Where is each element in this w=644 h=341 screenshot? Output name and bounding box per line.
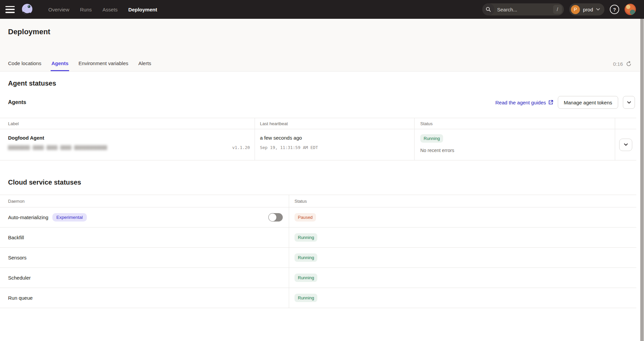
auto-materializing-toggle[interactable] [268, 213, 283, 222]
daemon-cell: Backfill [0, 228, 289, 247]
table-row-sensors: Sensors Running [0, 248, 636, 268]
agent-guides-link[interactable]: Read the agent guides [495, 100, 553, 105]
cloud-service-statuses-heading: Cloud service statuses [8, 179, 636, 186]
agent-errors-text: No recent errors [420, 148, 615, 153]
page-title: Deployment [8, 28, 636, 36]
tab-environment-variables[interactable]: Environment variables [78, 60, 128, 71]
deployment-switcher-label: prod [583, 7, 593, 12]
nav-link-runs[interactable]: Runs [80, 7, 92, 12]
dagster-logo-icon[interactable] [21, 3, 34, 16]
status-cell: Running [289, 288, 636, 308]
cloud-services-table: Daemon Status Auto-materializing Experim… [0, 195, 636, 308]
topnav-right-cluster: Search... / P prod ? [482, 3, 636, 15]
status-cell: Paused [289, 207, 636, 227]
scrollbar[interactable] [640, 19, 644, 341]
experimental-badge: Experimental [52, 213, 87, 222]
table-row-auto-materializing: Auto-materializing Experimental Paused [0, 207, 636, 228]
column-header-actions [615, 118, 636, 129]
column-header-status: Status [414, 118, 615, 129]
agent-name: Dogfood Agent [8, 135, 250, 141]
table-row-backfill: Backfill Running [0, 228, 636, 248]
agents-table-header: Label Last heartbeat Status [0, 118, 636, 129]
daemon-cell: Sensors [0, 248, 289, 267]
agent-heartbeat-cell: a few seconds ago Sep 19, 11:31:59 AM ED… [255, 129, 414, 160]
top-navigation-bar: Overview Runs Assets Deployment Search..… [0, 0, 644, 19]
status-badge: Paused [294, 213, 316, 222]
scrollbar-thumb[interactable] [640, 19, 644, 341]
column-header-daemon: Daemon [0, 195, 289, 207]
agent-guides-link-label: Read the agent guides [495, 100, 546, 105]
agent-expand-button[interactable] [619, 139, 632, 151]
column-header-label: Label [0, 118, 255, 129]
agent-status-cell: Running No recent errors [414, 129, 615, 160]
cloud-table-header: Daemon Status [0, 195, 636, 207]
refresh-area: 0:16 [613, 61, 632, 67]
deployment-initial-badge: P [571, 5, 580, 14]
toggle-knob [269, 213, 276, 221]
agent-version: v1.1.20 [232, 145, 250, 150]
tab-code-locations[interactable]: Code locations [8, 60, 41, 71]
refresh-timer: 0:16 [613, 61, 623, 67]
status-badge: Running [294, 274, 317, 282]
menu-icon[interactable] [5, 6, 15, 13]
refresh-icon[interactable] [626, 61, 632, 67]
table-row-scheduler: Scheduler Running [0, 268, 636, 288]
daemon-name: Auto-materializing [8, 214, 48, 220]
search-icon [482, 3, 494, 15]
deployment-switcher[interactable]: P prod [569, 3, 604, 15]
status-cell: Running [289, 248, 636, 267]
status-badge: Running [294, 294, 317, 302]
primary-nav: Overview Runs Assets Deployment [48, 7, 157, 12]
external-link-icon [548, 100, 553, 105]
agent-label-cell: Dogfood Agent ████████-████-████-████-██… [0, 129, 255, 160]
tab-agents[interactable]: Agents [51, 60, 68, 71]
search-shortcut-key: / [553, 5, 562, 14]
page-tabs: Code locations Agents Environment variab… [8, 60, 151, 71]
search-placeholder: Search... [497, 7, 553, 12]
agent-statuses-heading: Agent statuses [8, 80, 636, 87]
agent-actions-cell [615, 129, 636, 160]
help-glyph: ? [613, 7, 616, 12]
chevron-down-icon [624, 143, 628, 146]
search-input[interactable]: Search... / [482, 3, 564, 15]
agent-status-badge: Running [420, 134, 443, 143]
agents-subheading: Agents [8, 99, 26, 105]
column-header-status: Status [289, 195, 636, 207]
caret-down-icon [627, 101, 631, 104]
daemon-cell: Run queue [0, 288, 289, 308]
column-header-last-heartbeat: Last heartbeat [255, 118, 414, 129]
status-badge: Running [294, 253, 317, 262]
daemon-cell: Scheduler [0, 268, 289, 288]
help-icon[interactable]: ? [610, 5, 619, 14]
agents-toolbar: Agents Read the agent guides Manage agen… [8, 96, 635, 109]
table-row-run-queue: Run queue Running [0, 288, 636, 308]
agent-id-redacted: ████████-████-████-████-████████████ [8, 145, 107, 150]
daemon-name: Run queue [8, 295, 33, 301]
user-avatar[interactable] [625, 4, 636, 15]
heartbeat-absolute: Sep 19, 11:31:59 AM EDT [260, 145, 414, 150]
daemon-cell: Auto-materializing Experimental [0, 207, 289, 227]
agents-table: Label Last heartbeat Status Dogfood Agen… [0, 118, 636, 160]
daemon-name: Scheduler [8, 275, 31, 281]
heartbeat-relative: a few seconds ago [260, 135, 414, 141]
daemon-name: Sensors [8, 255, 26, 260]
status-cell: Running [289, 268, 636, 288]
nav-link-deployment[interactable]: Deployment [128, 7, 157, 12]
tab-alerts[interactable]: Alerts [138, 60, 151, 71]
agent-table-row: Dogfood Agent ████████-████-████-████-██… [0, 129, 636, 160]
status-cell: Running [289, 228, 636, 247]
agents-controls: Read the agent guides Manage agent token… [495, 96, 635, 109]
daemon-name: Backfill [8, 235, 24, 240]
chevron-down-icon [596, 8, 600, 11]
manage-agent-tokens-button[interactable]: Manage agent tokens [558, 96, 618, 109]
nav-link-assets[interactable]: Assets [103, 7, 118, 12]
nav-link-overview[interactable]: Overview [48, 7, 69, 12]
status-badge: Running [294, 233, 317, 242]
agent-tokens-dropdown-button[interactable] [623, 96, 635, 109]
page-header: Deployment Code locations Agents Environ… [0, 19, 644, 71]
